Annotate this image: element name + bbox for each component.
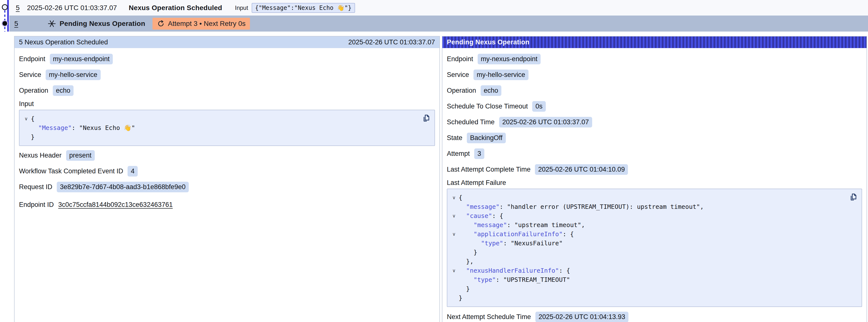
field-value-badge: present [66, 150, 95, 161]
field-row: Service my-hello-service [19, 67, 435, 83]
collapse-chevron-icon[interactable]: ∨ [449, 266, 459, 275]
field-label: Schedule To Close Timeout [447, 103, 528, 110]
field-value-badge: 2025-02-26 UTC 01:04:13.93 [535, 312, 628, 322]
panel-timestamp: 2025-02-26 UTC 01:03:37.07 [348, 38, 435, 46]
field-row-endpoint-id: Endpoint ID 3c0c75ccfa8144b092c13ce63246… [19, 197, 435, 213]
field-row: State BackingOff [447, 130, 862, 146]
field-value-badge: 2025-02-26 UTC 01:04:10.09 [535, 164, 628, 175]
field-label: Operation [447, 87, 476, 94]
collapse-chevron-icon [449, 248, 459, 257]
input-json-viewer: ∨{ "Message": "Nexus Echo 👋"} [19, 110, 435, 146]
collapse-chevron-icon [449, 275, 459, 284]
field-row: Service my-hello-service [447, 67, 862, 83]
event-detail-panel: 5 Nexus Operation Scheduled 2025-02-26 U… [14, 36, 440, 322]
copy-icon [422, 114, 431, 123]
timeline-track [0, 0, 14, 32]
field-value-badge: echo [53, 85, 74, 96]
event-id-link[interactable]: 5 [16, 4, 20, 12]
event-detail-header: 5 Nexus Operation Scheduled 2025-02-26 U… [14, 36, 439, 48]
collapse-chevron-icon[interactable]: ∨ [449, 193, 459, 202]
field-row: Operation echo [447, 83, 862, 98]
retry-status-badge: Attempt 3 • Next Retry 0s [153, 18, 250, 30]
field-value-badge: 3 [474, 149, 484, 159]
field-row: Nexus Header present [19, 148, 435, 163]
field-row: Workflow Task Completed Event ID 4 [19, 163, 435, 179]
event-node-current-icon [2, 21, 7, 26]
collapse-chevron-icon [22, 132, 31, 141]
collapse-chevron-icon [22, 123, 31, 132]
collapse-chevron-icon[interactable]: ∨ [22, 114, 31, 123]
field-row: Attempt 3 [447, 146, 862, 161]
pending-operation-panel: Pending Nexus Operation Endpoint my-nexu… [442, 36, 867, 322]
field-value-badge: echo [480, 85, 502, 96]
field-value-badge: 2025-02-26 UTC 01:03:37.07 [499, 117, 592, 127]
field-label: Workflow Task Completed Event ID [19, 167, 123, 175]
field-value-badge: my-nexus-endpoint [478, 54, 541, 64]
collapse-chevron-icon [449, 257, 459, 266]
field-value-badge: 4 [128, 166, 138, 176]
collapse-chevron-icon[interactable]: ∨ [449, 229, 459, 239]
field-row: Operation echo [19, 83, 435, 98]
field-value-badge: 0s [532, 101, 546, 112]
failure-json-viewer: ∨{ "message": "handler error (UPSTREAM_T… [447, 189, 862, 307]
retry-icon [157, 20, 165, 28]
field-value-badge: my-nexus-endpoint [50, 54, 113, 64]
field-value-badge: my-hello-service [473, 69, 528, 80]
pending-asterisk-icon [48, 19, 56, 28]
copy-button[interactable] [421, 113, 431, 123]
field-label: Request ID [19, 183, 52, 191]
input-section-label: Input [19, 98, 435, 109]
event-row-nexus-operation-scheduled[interactable]: 5 2025-02-26 UTC 01:03:37.07 Nexus Opera… [9, 0, 868, 15]
event-row-pending-nexus-operation[interactable]: 5 Pending Nexus Operation Attempt 3 • Ne… [9, 15, 868, 32]
field-label: Endpoint ID [19, 201, 54, 208]
failure-section-label: Last Attempt Failure [447, 177, 862, 188]
field-row: Schedule To Close Timeout 0s [447, 98, 862, 114]
field-value-badge: my-hello-service [45, 69, 101, 80]
input-field-label: Input [235, 4, 248, 11]
panel-title: 5 Nexus Operation Scheduled [19, 38, 108, 46]
field-label: Next Attempt Schedule Time [447, 313, 531, 321]
field-row: Request ID 3e829b7e-7d67-4b08-aad3-b1e86… [19, 179, 435, 195]
collapse-chevron-icon [449, 284, 459, 293]
timeline-active-bar [7, 0, 9, 32]
field-row: Endpoint my-nexus-endpoint [447, 51, 862, 67]
pending-operation-header: Pending Nexus Operation [442, 36, 867, 48]
collapse-chevron-icon[interactable]: ∨ [449, 211, 459, 220]
input-preview-chip[interactable]: {"Message":"Nexus Echo 👋"} [252, 3, 355, 13]
field-row: Endpoint my-nexus-endpoint [19, 51, 435, 67]
field-row: Last Attempt Complete Time 2025-02-26 UT… [447, 161, 862, 177]
event-name: Pending Nexus Operation [60, 20, 145, 28]
field-label: Endpoint [19, 55, 45, 63]
field-value-badge: 3e829b7e-7d67-4b08-aad3-b1e868bfe9e0 [57, 182, 189, 192]
copy-button[interactable] [848, 192, 858, 202]
endpoint-id-link[interactable]: 3c0c75ccfa8144b092c13ce632463761 [58, 201, 173, 208]
collapse-chevron-icon [449, 293, 459, 302]
field-label: Nexus Header [19, 152, 62, 159]
field-label: Attempt [447, 150, 470, 158]
field-row: Scheduled Time 2025-02-26 UTC 01:03:37.0… [447, 114, 862, 130]
field-label: Scheduled Time [447, 118, 495, 126]
collapse-chevron-icon [449, 202, 459, 211]
event-id-link[interactable]: 5 [14, 20, 18, 28]
field-value-badge: BackingOff [467, 133, 506, 143]
event-timestamp: 2025-02-26 UTC 01:03:37.07 [27, 4, 117, 12]
panel-title: Pending Nexus Operation [447, 38, 529, 46]
collapse-chevron-icon [449, 220, 459, 229]
collapse-chevron-icon [449, 239, 459, 248]
field-label: Service [447, 71, 469, 79]
event-node-open-icon [2, 5, 7, 10]
field-label: Operation [19, 87, 49, 94]
copy-icon [849, 193, 858, 201]
field-label: Endpoint [447, 55, 473, 63]
event-name: Nexus Operation Scheduled [129, 4, 222, 12]
field-row: Next Attempt Schedule Time 2025-02-26 UT… [447, 309, 862, 322]
field-label: Last Attempt Complete Time [447, 166, 530, 173]
field-label: State [447, 134, 462, 142]
field-label: Service [19, 71, 41, 79]
retry-badge-label: Attempt 3 • Next Retry 0s [168, 20, 246, 28]
